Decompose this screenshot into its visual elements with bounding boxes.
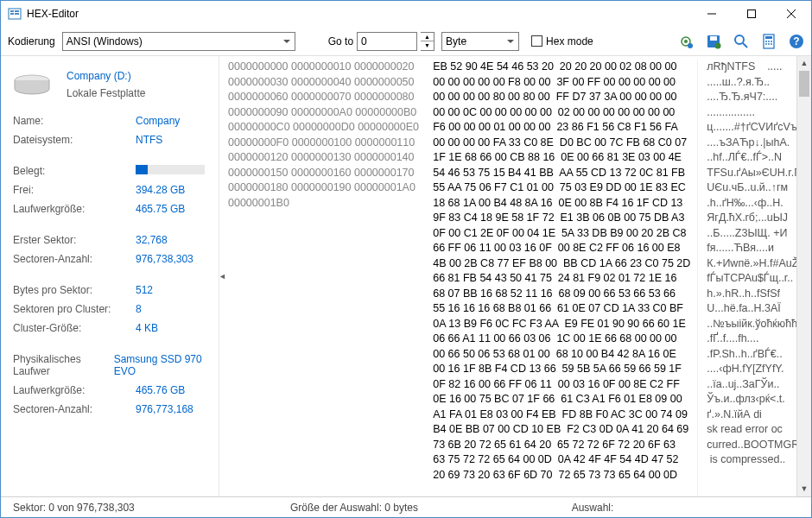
property-row: Belegt:: [13, 165, 206, 177]
checkbox-icon: [531, 35, 542, 47]
property-value: 465.76 GB: [136, 384, 185, 396]
close-button[interactable]: [771, 1, 811, 27]
svg-point-14: [715, 42, 721, 48]
titlebar: HEX-Editor: [1, 1, 811, 27]
toolbar-actions: ?: [678, 34, 804, 49]
goto-spinner[interactable]: ▲▼: [421, 32, 435, 51]
encoding-label: Kodierung: [8, 35, 55, 47]
svg-rect-1: [10, 10, 14, 12]
goto-label: Go to: [328, 35, 353, 47]
property-row: Laufwerkgröße:465.76 GB: [13, 384, 206, 396]
property-label: Dateisystem:: [13, 134, 136, 146]
property-label: Physikalisches Laufwer: [13, 353, 114, 377]
property-label: Sectoren-Anzahl:: [13, 253, 136, 265]
offset-column: 0000000000 0000000010 0000000020 0000000…: [219, 60, 426, 496]
encoding-select[interactable]: ANSI (Windows): [62, 32, 295, 51]
hex-bytes-column[interactable]: EB 52 90 4E 54 46 53 20 20 20 20 00 02 0…: [426, 60, 697, 496]
svg-point-21: [771, 41, 772, 42]
vertical-scrollbar[interactable]: ▲ ▼: [796, 56, 811, 496]
property-value: NTFS: [136, 134, 162, 146]
property-row: Frei:394.28 GB: [13, 184, 206, 196]
property-value: 465.75 GB: [136, 203, 185, 215]
calculator-icon[interactable]: [761, 34, 777, 49]
status-selection-size: Größe der Auswahl: 0 bytes: [240, 502, 467, 514]
property-value: 4 KB: [136, 322, 158, 334]
property-row: Dateisystem:NTFS: [13, 134, 206, 146]
property-row: Cluster-Größe:4 KB: [13, 322, 206, 334]
svg-point-22: [765, 43, 767, 45]
svg-point-19: [765, 41, 767, 42]
property-value: Company: [136, 115, 180, 127]
scroll-up-icon[interactable]: ▲: [797, 56, 811, 71]
property-label: Laufwerkgröße:: [13, 203, 136, 215]
property-value: Samsung SSD 970 EVO: [114, 353, 206, 377]
window-title: HEX-Editor: [27, 8, 692, 20]
disk-icon: [13, 73, 51, 96]
property-row: Sectoren-Anzahl:976,738,303: [13, 253, 206, 265]
svg-rect-6: [748, 10, 756, 18]
svg-point-24: [771, 43, 772, 45]
status-selection: Auswahl:: [468, 502, 799, 514]
svg-point-10: [684, 40, 688, 43]
property-label: Sectoren-Anzahl:: [13, 403, 136, 415]
sidebar: Company (D:) Lokale Festplatte Name:Comp…: [1, 56, 219, 496]
property-label: Frei:: [13, 184, 136, 196]
property-row: Sectoren-Anzahl:976,773,168: [13, 403, 206, 415]
property-row: Sektoren pro Cluster:8: [13, 303, 206, 315]
disk-name: Company (D:): [67, 70, 145, 82]
property-row: Erster Sektor:32,768: [13, 234, 206, 246]
svg-point-23: [768, 43, 770, 45]
property-row: Bytes pro Sektor:512: [13, 284, 206, 296]
property-value: 976,773,168: [136, 403, 193, 415]
property-label: Laufwerkgröße:: [13, 384, 136, 396]
property-label: Name:: [13, 115, 136, 127]
search-icon[interactable]: [733, 34, 749, 49]
property-row: Physikalisches LaufwerSamsung SSD 970 EV…: [13, 353, 206, 377]
svg-rect-3: [10, 13, 14, 15]
svg-rect-18: [765, 36, 772, 39]
usage-bar: [136, 165, 205, 174]
minimize-button[interactable]: [692, 1, 732, 27]
goto-group: Go to ▲▼: [328, 32, 435, 51]
svg-rect-4: [15, 13, 19, 15]
property-value: 976,738,303: [136, 253, 193, 265]
goto-input[interactable]: [357, 32, 417, 51]
property-value: 394.28 GB: [136, 184, 185, 196]
scroll-thumb[interactable]: [799, 71, 809, 97]
maximize-button[interactable]: [732, 1, 771, 27]
ascii-column[interactable]: лRђNTFS ..... .....ш..?.я.Ђ.. ....Ђ.Ђ.яЧ…: [697, 60, 811, 496]
svg-point-15: [735, 35, 744, 44]
content-area: Company (D:) Lokale Festplatte Name:Comp…: [1, 56, 811, 496]
property-label: Erster Sektor:: [13, 234, 136, 246]
disk-header: Company (D:) Lokale Festplatte: [13, 70, 206, 99]
unit-select[interactable]: Byte: [441, 32, 519, 51]
property-label: Cluster-Größe:: [13, 322, 136, 334]
window-controls: [692, 1, 811, 27]
svg-line-16: [743, 43, 747, 47]
disk-type: Lokale Festplatte: [67, 87, 145, 99]
property-label: Sektoren pro Cluster:: [13, 303, 136, 315]
property-value: 32,768: [136, 234, 168, 246]
property-label: Belegt:: [13, 165, 136, 177]
property-value: 512: [136, 284, 153, 296]
status-sector: Sektor: 0 von 976,738,303: [13, 502, 240, 514]
settings-gear-icon[interactable]: [678, 34, 694, 49]
scroll-down-icon[interactable]: ▼: [797, 482, 811, 496]
property-row: Name:Company: [13, 115, 206, 127]
property-label: Bytes pro Sektor:: [13, 284, 136, 296]
svg-text:?: ?: [793, 35, 799, 47]
svg-point-11: [688, 43, 693, 48]
svg-rect-13: [710, 36, 717, 41]
app-icon: [8, 7, 22, 21]
hex-view[interactable]: 0000000000 0000000010 0000000020 0000000…: [219, 56, 811, 496]
svg-rect-2: [15, 10, 19, 12]
hexmode-checkbox[interactable]: Hex mode: [531, 35, 593, 47]
statusbar: Sektor: 0 von 976,738,303 Größe der Ausw…: [1, 496, 811, 517]
save-icon[interactable]: [706, 34, 721, 49]
property-value: 8: [136, 303, 142, 315]
svg-point-20: [768, 41, 770, 42]
help-icon[interactable]: ?: [789, 34, 804, 49]
property-row: Laufwerkgröße:465.75 GB: [13, 203, 206, 215]
toolbar: Kodierung ANSI (Windows) Go to ▲▼ Byte H…: [1, 27, 811, 56]
